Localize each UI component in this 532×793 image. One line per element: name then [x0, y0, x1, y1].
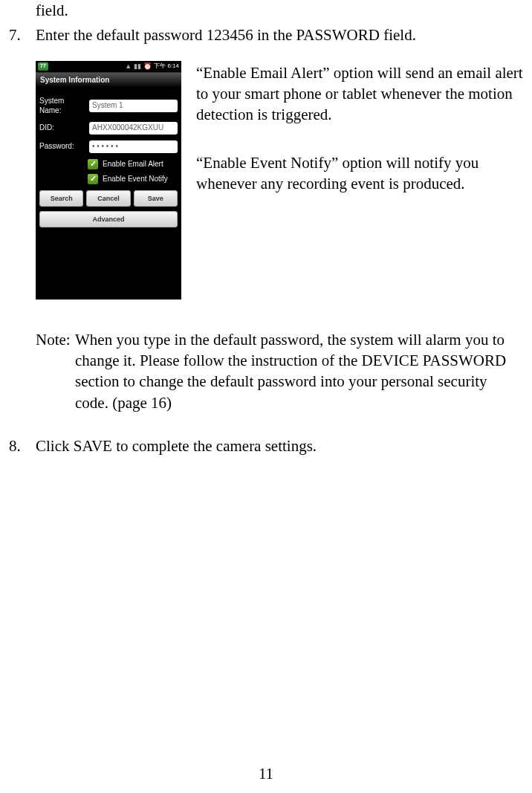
signal-icon: ▮▮: [134, 62, 141, 71]
event-notify-description: “Enable Event Notify” option will notify…: [196, 152, 523, 195]
notification-badge-icon: 77: [38, 62, 48, 71]
search-button[interactable]: Search: [39, 190, 83, 207]
save-button[interactable]: Save: [134, 190, 178, 207]
status-time: 下午 6:14: [154, 62, 179, 71]
email-alert-description: “Enable Email Alert” option will send an…: [196, 62, 523, 126]
did-label: DID:: [39, 123, 85, 133]
enable-event-notify-checkbox[interactable]: ✓: [88, 174, 98, 184]
page-number: 11: [0, 763, 532, 784]
note-text: When you type in the default password, t…: [75, 329, 523, 413]
enable-email-alert-label: Enable Email Alert: [103, 159, 163, 169]
system-name-input[interactable]: System 1: [89, 100, 178, 112]
phone-status-bar: 77 ▲ ▮▮ ⏰ 下午 6:14: [36, 61, 181, 73]
step-text: Click SAVE to complete the camera settin…: [36, 436, 523, 456]
step-8: 8. Click SAVE to complete the camera set…: [7, 436, 523, 456]
previous-fragment: field.: [36, 0, 523, 21]
step-7: 7. Enter the default password 123456 in …: [7, 25, 523, 45]
system-name-label: System Name:: [39, 96, 85, 116]
enable-email-alert-checkbox[interactable]: ✓: [88, 159, 98, 169]
did-input[interactable]: AHXX000042KGXUU: [89, 122, 178, 135]
enable-event-notify-label: Enable Event Notify: [103, 174, 168, 184]
step-text: Enter the default password 123456 in the…: [36, 25, 523, 45]
note-label: Note:: [36, 329, 71, 350]
step-number: 7.: [7, 25, 36, 45]
advanced-button[interactable]: Advanced: [39, 211, 178, 227]
note-block: Note: When you type in the default passw…: [36, 329, 523, 413]
password-label: Password:: [39, 141, 85, 152]
alarm-icon: ⏰: [143, 62, 152, 71]
cancel-button[interactable]: Cancel: [86, 190, 130, 207]
password-input[interactable]: • • • • • •: [89, 140, 178, 153]
phone-screenshot: 77 ▲ ▮▮ ⏰ 下午 6:14 System Information Sys…: [36, 61, 181, 300]
aside-text: “Enable Email Alert” option will send an…: [196, 61, 523, 300]
phone-screen-title: System Information: [36, 73, 181, 88]
wifi-icon: ▲: [125, 62, 132, 71]
step-number: 8.: [7, 436, 36, 456]
